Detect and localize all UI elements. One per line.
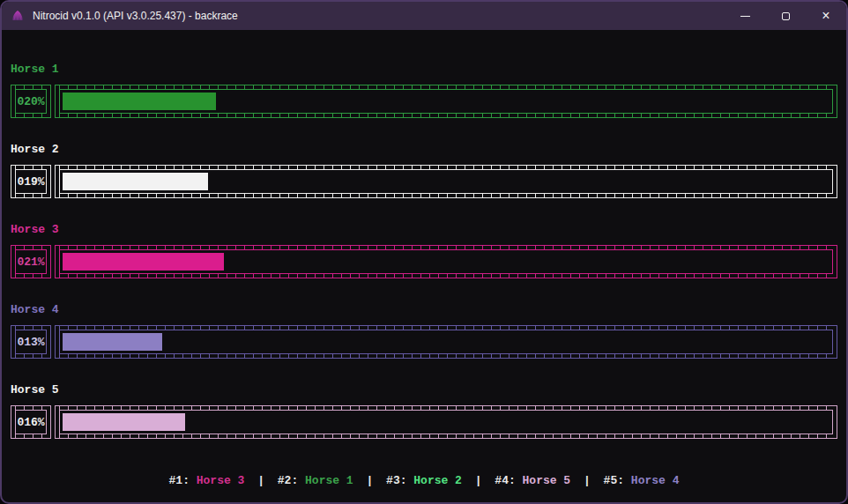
frame-ticks [15, 434, 47, 438]
frame-ticks [59, 354, 833, 358]
frame-ticks [15, 114, 47, 117]
horse-progress-fill [63, 413, 185, 431]
standings-separator: | [257, 474, 264, 487]
horse-track: 021% [11, 245, 837, 278]
horse-name-label: Horse 3 [11, 223, 837, 237]
standing-rank: #3: [386, 474, 406, 487]
standing-horse: Horse 2 [413, 474, 462, 487]
frame-ticks [15, 326, 47, 330]
frame-ticks [59, 194, 833, 197]
terminal-content: Horse 1 020% Horse 2 [2, 30, 846, 502]
minimize-button[interactable] [725, 2, 765, 30]
horse-progress-bar [55, 85, 837, 118]
horse-progress-bar [55, 325, 837, 359]
standings-separator: | [584, 474, 591, 487]
race-standings: #1: Horse 3 | #2: Horse 1 | #3: Horse 2 … [2, 474, 846, 487]
standing-rank: #1: [169, 474, 190, 487]
frame-ticks [15, 166, 47, 169]
nitrocid-logo-icon [11, 9, 25, 23]
horse-progress-fill [63, 173, 208, 190]
horse-track: 019% [11, 165, 837, 198]
frame-ticks [59, 85, 833, 89]
standings-separator: | [475, 474, 482, 487]
close-icon: × [822, 9, 829, 23]
frame-ticks [15, 194, 47, 197]
horse-progress-fill [63, 253, 224, 271]
horse-progress-bar [55, 165, 837, 198]
frame-ticks [59, 274, 833, 278]
horse-track: 013% [11, 325, 837, 359]
horse-track: 016% [11, 405, 837, 439]
window-title: Nitrocid v0.1.0 (API v3.0.25.437) - back… [33, 10, 725, 22]
standing-horse: Horse 5 [523, 474, 571, 487]
frame-ticks [59, 246, 833, 249]
app-window: Nitrocid v0.1.0 (API v3.0.25.437) - back… [0, 0, 848, 504]
standing-horse: Horse 3 [197, 474, 245, 487]
frame-ticks [15, 274, 47, 278]
horse-row-4: Horse 4 013% [11, 303, 837, 359]
frame-ticks [15, 85, 47, 89]
horse-percent-value: 021% [17, 256, 44, 269]
horse-row-2: Horse 2 019% [11, 143, 837, 198]
standings-separator: | [366, 474, 373, 487]
titlebar[interactable]: Nitrocid v0.1.0 (API v3.0.25.437) - back… [2, 2, 846, 30]
horse-name-label: Horse 5 [11, 383, 837, 397]
horse-row-1: Horse 1 020% [11, 63, 837, 118]
standing-rank: #5: [604, 474, 624, 487]
horse-progress-fill [63, 333, 162, 351]
horse-percent-box: 019% [11, 165, 51, 198]
frame-ticks [59, 434, 833, 438]
horse-progress-fill [63, 93, 216, 110]
horse-row-3: Horse 3 021% [11, 223, 837, 278]
frame-ticks [59, 406, 833, 410]
standing-horse: Horse 4 [631, 474, 680, 487]
horse-row-5: Horse 5 016% [11, 383, 837, 439]
horse-percent-box: 020% [11, 85, 51, 118]
horse-name-label: Horse 4 [11, 303, 837, 317]
horse-percent-value: 020% [17, 95, 44, 108]
maximize-button[interactable] [765, 2, 806, 30]
horse-percent-value: 013% [17, 336, 44, 349]
horse-percent-box: 016% [11, 405, 51, 439]
frame-ticks [59, 114, 833, 117]
maximize-icon [782, 12, 790, 20]
horse-percent-value: 016% [17, 416, 44, 429]
horse-percent-box: 013% [11, 325, 51, 359]
horse-name-label: Horse 2 [11, 143, 837, 157]
horse-progress-bar [55, 245, 837, 278]
close-button[interactable]: × [806, 2, 846, 30]
frame-ticks [59, 166, 833, 169]
horse-percent-value: 019% [17, 175, 44, 189]
standing-rank: #4: [495, 474, 515, 487]
horse-name-label: Horse 1 [11, 63, 837, 77]
standing-rank: #2: [278, 474, 298, 487]
frame-ticks [15, 406, 47, 410]
frame-ticks [59, 326, 833, 330]
horse-progress-bar [55, 405, 837, 439]
standing-horse: Horse 1 [305, 474, 353, 487]
window-controls: × [725, 2, 846, 30]
minimize-icon [740, 16, 750, 17]
horse-track: 020% [11, 85, 837, 118]
horse-percent-box: 021% [11, 245, 51, 278]
frame-ticks [15, 354, 47, 358]
frame-ticks [15, 246, 47, 249]
